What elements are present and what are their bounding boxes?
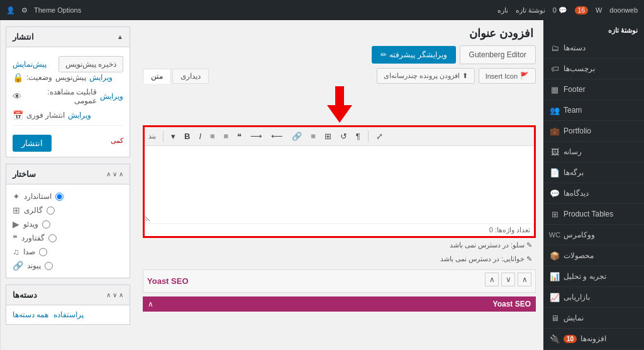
frontend-editor-button[interactable]: ویرایشگر پیشرفته ✏ — [372, 46, 455, 64]
arrow-up2-button[interactable]: ∧ — [485, 273, 499, 286]
admin-bar-new[interactable]: نوشتهٔ تازه — [516, 6, 545, 14]
sidebar-item-tags[interactable]: برچسب‌ها 🏷 — [543, 59, 644, 79]
toolbar-more-button[interactable]: ▾ — [168, 130, 179, 143]
sidebar-section-header: نوشتهٔ تازه — [543, 20, 644, 38]
toolbar-paragraph-button[interactable]: ¶ — [353, 130, 364, 143]
sidebar-item-categories-label: دسته‌ها — [564, 43, 586, 52]
toolbar-link-button[interactable]: 🔗 — [289, 130, 305, 143]
sidebar-item-team[interactable]: Team 👥 — [543, 100, 644, 121]
toolbar-ul-button[interactable]: ≡ — [207, 130, 218, 143]
right-sidebar: نوشتهٔ تازه دسته‌ها 🗂 برچسب‌ها 🏷 Footer … — [543, 20, 644, 350]
status-edit-link[interactable]: ویرایش — [89, 73, 113, 82]
sidebar-item-product-tables[interactable]: Product Tables ⊞ — [543, 204, 644, 225]
publish-box-header[interactable]: ▲ انتشار — [6, 27, 130, 47]
format-link[interactable]: پیوند 🔗 — [13, 259, 123, 273]
format-quote-radio[interactable] — [48, 234, 57, 242]
format-audio[interactable]: صدا ♫ — [13, 245, 123, 259]
admin-bar-site[interactable]: doonweb — [609, 6, 638, 14]
wp-editor-toolbars: ⤢ ¶ ↺ ⊞ ≡ 🔗 ⟵ ⟶ ❝ ≡ ≡ I B ▾ بند — [145, 127, 534, 146]
toolbar-undo-button[interactable]: ↺ — [337, 130, 350, 143]
schedule-edit-link[interactable]: ویرایش — [68, 111, 91, 120]
upload-media-button[interactable]: ⬆ افزودن پرونده چندرسانه‌ای — [377, 68, 475, 84]
all-cats-tab[interactable]: همه دسته‌ها — [13, 310, 48, 319]
publish-button[interactable]: انتشار — [13, 135, 52, 152]
toolbar-separator-1 — [368, 131, 369, 142]
save-draft-button[interactable]: ذخیره پیش‌نویس — [58, 56, 123, 72]
sidebar-item-team-label: Team — [564, 106, 582, 115]
yoast-bar[interactable]: Yoast SEO ∧ — [143, 296, 536, 312]
toolbar-fullscreen-button[interactable]: ⤢ — [373, 130, 386, 143]
toolbar-bold-button[interactable]: B — [181, 130, 193, 143]
custom-icon: ✎ — [526, 255, 532, 262]
analytics-icon: 📊 — [550, 271, 560, 281]
admin-bar-updates[interactable]: 16 — [575, 6, 588, 14]
categories-box-controls: ∧ ∨ ∧ — [106, 291, 123, 298]
sidebar-item-plugins[interactable]: افزونه‌ها 10 🔌 — [543, 329, 644, 349]
sidebar-item-categories[interactable]: دسته‌ها 🗂 — [543, 38, 644, 59]
toolbar-italic-button[interactable]: I — [196, 130, 204, 143]
sidebar-item-appearance[interactable]: نمایش 🖥 — [543, 308, 644, 329]
tab-visual[interactable]: دیداری — [172, 69, 209, 84]
trash-link[interactable]: کمی — [111, 137, 123, 145]
toolbar-blockquote-button[interactable]: ❝ — [234, 130, 245, 143]
categories-meta-box: ∧ ∨ ∧ دسته‌ها پراستفاده همه دسته‌ها — [6, 285, 130, 325]
custom-text: خوانایی: در دسترس نمی باشد — [440, 255, 525, 262]
sidebar-item-marketing[interactable]: بازاریابی 📈 — [543, 287, 644, 308]
main-wrapper: نوشتهٔ تازه دسته‌ها 🗂 برچسب‌ها 🏷 Footer … — [0, 20, 644, 350]
admin-bar-gear-icon[interactable]: ⚙ — [21, 6, 28, 14]
format-standard-radio[interactable] — [55, 193, 64, 201]
admin-bar-theme-options[interactable]: Theme Options — [34, 6, 81, 14]
format-audio-radio[interactable] — [39, 248, 47, 256]
tab-text[interactable]: متن — [143, 69, 171, 84]
format-gallery-radio[interactable] — [47, 206, 55, 215]
sidebar-item-analytics[interactable]: تجربه و تحلیل 📊 — [543, 266, 644, 287]
categories-box-header[interactable]: ∧ ∨ ∧ دسته‌ها — [6, 285, 130, 305]
toolbar-table-button[interactable]: ⊞ — [321, 130, 335, 143]
used-cats-tab[interactable]: پراستفاده — [53, 310, 84, 319]
sidebar-item-media[interactable]: رسانه 🖼 — [543, 142, 644, 162]
visibility-edit-link[interactable]: ویرایش — [100, 92, 123, 101]
format-box-arrows[interactable]: ∧ ∨ ∧ — [106, 171, 123, 178]
calendar-icon: 📅 — [13, 110, 23, 120]
format-video[interactable]: ویدئو ▶ — [13, 217, 123, 231]
publish-box-collapse[interactable]: ▲ — [117, 33, 123, 40]
format-box-controls: ∧ ∨ ∧ — [106, 171, 123, 178]
wp-editor-textarea[interactable] — [145, 146, 534, 222]
preview-link[interactable]: پیش‌نمایش — [13, 60, 47, 69]
visibility-action: ویرایش قابلیت مشاهده: عمومی 👁 — [13, 88, 123, 105]
editor-toolbar-row: 🚩 Insert Icon ⬆ افزودن پرونده چندرسانه‌ا… — [143, 68, 536, 84]
arrow-up-button[interactable]: ∧ — [518, 273, 531, 286]
format-standard-label: استاندارد — [24, 192, 52, 201]
format-quote[interactable]: گفتاورد ❝ — [13, 231, 123, 245]
sidebar-item-woocommerce[interactable]: ووکامرس WC — [543, 225, 644, 246]
sidebar-item-portfolio[interactable]: Portfolio 💼 — [543, 121, 644, 142]
format-standard[interactable]: استاندارد ✦ — [13, 189, 123, 203]
sidebar-item-products[interactable]: محصولات 📦 — [543, 246, 644, 266]
format-standard-icon: ✦ — [13, 191, 20, 201]
toolbar-align-right[interactable]: ⟶ — [247, 130, 265, 143]
format-link-radio[interactable] — [45, 262, 53, 270]
publish-box-body: ذخیره پیش‌نویس پیش‌نمایش ویرایش پیش‌نویس… — [6, 47, 130, 157]
format-video-radio[interactable] — [42, 220, 50, 229]
media-icon: 🖼 — [550, 147, 560, 157]
format-quote-label: گفتاورد — [21, 234, 45, 242]
toolbar-list-button[interactable]: ≡ — [308, 130, 319, 143]
toolbar-ol-button[interactable]: ≡ — [221, 130, 232, 143]
arrow-down-button[interactable]: ∨ — [501, 273, 515, 286]
sidebar-item-comments[interactable]: دیدگاه‌ها 💬 — [543, 183, 644, 204]
format-box-header[interactable]: ∧ ∨ ∧ ساختار — [6, 164, 130, 184]
status-label: وضعیت: — [26, 73, 52, 82]
products-icon: 📦 — [550, 251, 560, 261]
format-gallery[interactable]: گالری ⊞ — [13, 203, 123, 217]
categories-box-arrows[interactable]: ∧ ∨ ∧ — [106, 291, 123, 298]
insert-icon-button[interactable]: 🚩 Insert Icon — [479, 68, 536, 84]
admin-bar-comments[interactable]: 💬 0 — [553, 6, 567, 14]
admin-bar-nar[interactable]: ناره — [497, 6, 508, 14]
upload-label: افزودن پرونده چندرسانه‌ای — [384, 72, 460, 80]
gutenberg-editor-button[interactable]: Gutenberg Editor — [460, 45, 536, 64]
sidebar-item-pages[interactable]: برگه‌ها 📄 — [543, 162, 644, 183]
sidebar-item-footer[interactable]: Footer ▦ — [543, 79, 644, 100]
sidebar-item-plugins-label: افزونه‌ها — [580, 334, 606, 343]
toolbar-align-left[interactable]: ⟵ — [268, 130, 286, 143]
sidebar-item-appearance-label: نمایش — [564, 313, 584, 322]
